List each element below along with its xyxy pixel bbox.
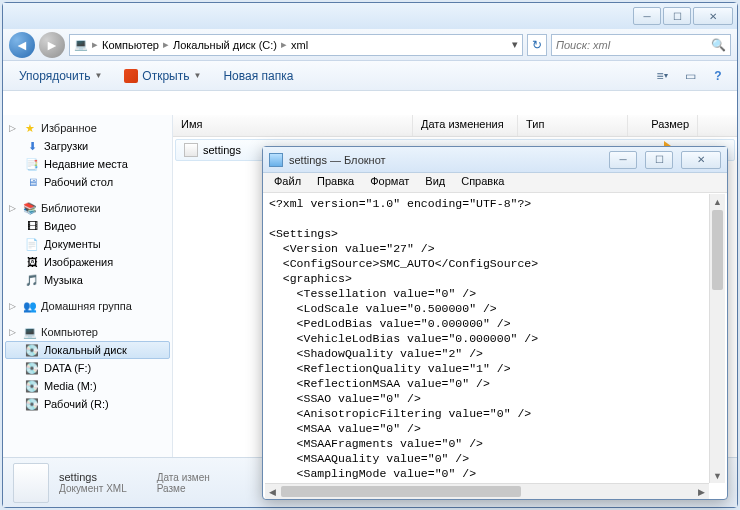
file-preview-icon (13, 463, 49, 503)
tree-mediam[interactable]: 💽Media (M:) (5, 377, 170, 395)
download-icon: ⬇ (25, 139, 39, 153)
explorer-navbar: ◄ ► 💻 ▸ Компьютер ▸ Локальный диск (C:) … (3, 29, 737, 61)
libraries-icon: 📚 (23, 201, 37, 215)
drive-icon: 💽 (25, 343, 39, 357)
tree-localdisk[interactable]: 💽Локальный диск (5, 341, 170, 359)
explorer-titlebar[interactable]: ─ ☐ ✕ (3, 3, 737, 29)
search-box[interactable]: 🔍 (551, 34, 731, 56)
refresh-button[interactable]: ↻ (527, 34, 547, 56)
np-minimize-button[interactable]: ─ (609, 151, 637, 169)
tree-libraries[interactable]: ▷📚Библиотеки (5, 199, 170, 217)
preview-pane-button[interactable]: ▭ (679, 65, 701, 87)
search-input[interactable] (556, 39, 711, 51)
notepad-menu: Файл Правка Формат Вид Справка (263, 173, 727, 193)
vertical-scrollbar[interactable]: ▲ ▼ (709, 194, 725, 483)
scroll-right-icon[interactable]: ▶ (694, 484, 709, 499)
col-name[interactable]: Имя (173, 115, 413, 136)
menu-format[interactable]: Формат (363, 173, 416, 192)
xml-file-icon (184, 143, 198, 157)
tree-recent[interactable]: 📑Недавние места (5, 155, 170, 173)
video-icon: 🎞 (25, 219, 39, 233)
recent-icon: 📑 (25, 157, 39, 171)
computer-icon: 💻 (74, 38, 88, 52)
help-button[interactable]: ? (707, 65, 729, 87)
tree-music[interactable]: 🎵Музыка (5, 271, 170, 289)
tree-favorites[interactable]: ▷★Избранное (5, 119, 170, 137)
forward-button[interactable]: ► (39, 32, 65, 58)
homegroup-icon: 👥 (23, 299, 37, 313)
col-type[interactable]: Тип (518, 115, 628, 136)
scroll-up-icon[interactable]: ▲ (710, 194, 725, 209)
tree-workr[interactable]: 💽Рабочий (R:) (5, 395, 170, 413)
np-maximize-button[interactable]: ☐ (645, 151, 673, 169)
documents-icon: 📄 (25, 237, 39, 251)
tree-documents[interactable]: 📄Документы (5, 235, 170, 253)
close-button[interactable]: ✕ (693, 7, 733, 25)
notepad-text-area[interactable]: <?xml version="1.0" encoding="UTF-8"?> <… (265, 194, 709, 483)
breadcrumb-part[interactable]: Компьютер (102, 39, 159, 51)
menu-file[interactable]: Файл (267, 173, 308, 192)
open-button[interactable]: Открыть▼ (116, 66, 209, 86)
view-options-button[interactable]: ≡▾ (651, 65, 673, 87)
tree-computer[interactable]: ▷💻Компьютер (5, 323, 170, 341)
new-folder-button[interactable]: Новая папка (215, 66, 301, 86)
tree-pictures[interactable]: 🖼Изображения (5, 253, 170, 271)
drive-icon: 💽 (25, 379, 39, 393)
tree-desktop[interactable]: 🖥Рабочий стол (5, 173, 170, 191)
drive-icon: 💽 (25, 361, 39, 375)
breadcrumb-part[interactable]: Локальный диск (C:) (173, 39, 277, 51)
back-button[interactable]: ◄ (9, 32, 35, 58)
notepad-window: settings — Блокнот ─ ☐ ✕ Файл Правка Фор… (262, 146, 728, 500)
col-date[interactable]: Дата изменения (413, 115, 518, 136)
tree-downloads[interactable]: ⬇Загрузки (5, 137, 170, 155)
desktop-icon: 🖥 (25, 175, 39, 189)
status-date-label: Дата измен (157, 472, 210, 483)
computer-icon: 💻 (23, 325, 37, 339)
explorer-toolbar: Упорядочить▼ Открыть▼ Новая папка ≡▾ ▭ ? (3, 61, 737, 91)
scroll-thumb[interactable] (281, 486, 521, 497)
tree-homegroup[interactable]: ▷👥Домашняя группа (5, 297, 170, 315)
pictures-icon: 🖼 (25, 255, 39, 269)
notepad-icon (269, 153, 283, 167)
tree-dataf[interactable]: 💽DATA (F:) (5, 359, 170, 377)
tree-video[interactable]: 🎞Видео (5, 217, 170, 235)
nav-tree[interactable]: ▷★Избранное ⬇Загрузки 📑Недавние места 🖥Р… (3, 115, 173, 457)
col-size[interactable]: Размер (628, 115, 698, 136)
notepad-titlebar[interactable]: settings — Блокнот ─ ☐ ✕ (263, 147, 727, 173)
breadcrumb-part[interactable]: xml (291, 39, 308, 51)
scroll-down-icon[interactable]: ▼ (710, 468, 725, 483)
status-size-label: Разме (157, 483, 210, 494)
minimize-button[interactable]: ─ (633, 7, 661, 25)
breadcrumb[interactable]: 💻 ▸ Компьютер ▸ Локальный диск (C:) ▸ xm… (69, 34, 523, 56)
menu-edit[interactable]: Правка (310, 173, 361, 192)
status-filetype: Документ XML (59, 483, 127, 494)
status-filename: settings (59, 471, 127, 483)
scroll-thumb[interactable] (712, 210, 723, 290)
menu-view[interactable]: Вид (418, 173, 452, 192)
drive-icon: 💽 (25, 397, 39, 411)
maximize-button[interactable]: ☐ (663, 7, 691, 25)
menu-help[interactable]: Справка (454, 173, 511, 192)
search-icon: 🔍 (711, 38, 726, 52)
column-headers: Имя Дата изменения Тип Размер (173, 115, 737, 137)
star-icon: ★ (23, 121, 37, 135)
horizontal-scrollbar[interactable]: ◀ ▶ (265, 483, 709, 499)
np-close-button[interactable]: ✕ (681, 151, 721, 169)
office-icon (124, 69, 138, 83)
file-name: settings (203, 144, 241, 156)
scroll-left-icon[interactable]: ◀ (265, 484, 280, 499)
organize-button[interactable]: Упорядочить▼ (11, 66, 110, 86)
music-icon: 🎵 (25, 273, 39, 287)
notepad-title: settings — Блокнот (289, 154, 386, 166)
